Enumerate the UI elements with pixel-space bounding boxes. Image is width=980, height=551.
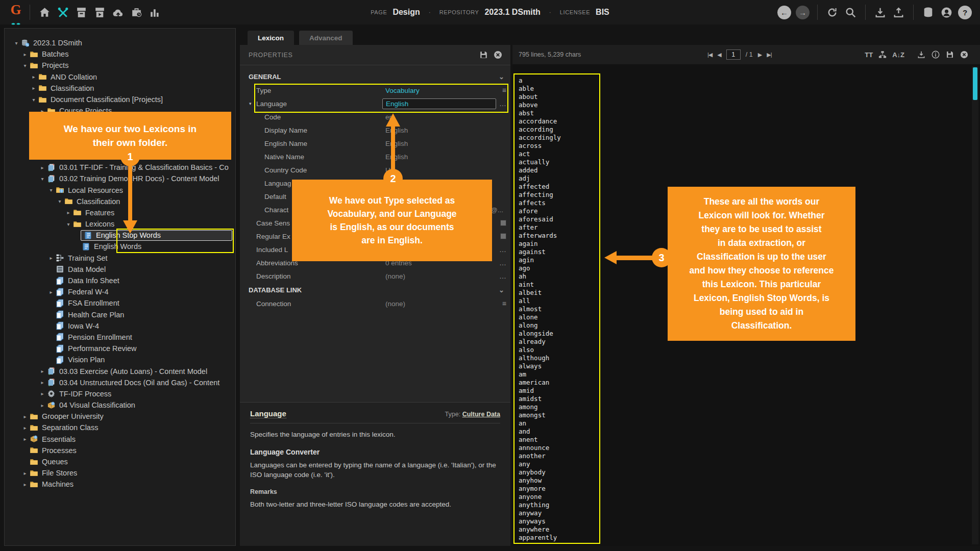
save-icon[interactable] [479,50,489,60]
expander-closed-icon[interactable]: ▸ [21,482,29,487]
stats-icon[interactable] [148,6,162,19]
upload-icon[interactable] [892,6,905,19]
menu-button[interactable]: ≡ [496,299,506,308]
tree-item-03-02-training-demo-hr-docs-content-model[interactable]: ▾03.02 Training Demo (HR Docs) - Content… [5,173,235,184]
tree-item-projects[interactable]: ▾Projects [5,60,235,71]
expander-closed-icon[interactable]: ▸ [47,255,55,261]
tree-item-iowa-w-4[interactable]: Iowa W-4 [5,320,235,332]
close-circle-icon[interactable] [960,49,969,60]
forward-icon[interactable]: → [796,6,810,19]
repository-value[interactable]: 2023.1 DSmith [484,8,540,17]
tree-item-data-info-sheet[interactable]: Data Info Sheet [5,275,235,286]
vertical-scrollbar[interactable] [972,66,978,544]
tree-item-performance-review[interactable]: Performance Review [5,343,235,354]
ellipsis-button[interactable]: … [496,272,506,280]
expander-closed-icon[interactable]: ▸ [39,165,46,170]
tree-item-and-collation[interactable]: ▸AND Collation [5,71,235,83]
page-number-input[interactable]: 1 [726,49,741,60]
tree-item-data-model[interactable]: Data Model [5,264,235,275]
jobs-clock-icon[interactable] [130,6,143,19]
tree-item-machines[interactable]: ▸Machines [5,479,235,490]
tree-item-grooper-university[interactable]: ▸Grooper University [5,411,235,422]
tree-item-04-visual-classification[interactable]: ▸04 Visual Classification [5,399,235,411]
tree-item-batches[interactable]: ▸Batches [5,48,235,60]
grooper-logo[interactable]: G [7,1,24,23]
expander-closed-icon[interactable]: ▸ [30,74,37,80]
ellipsis-button[interactable]: … [496,245,506,254]
property-row-type[interactable]: TypeVocabulary≡ [240,84,510,97]
tree-item-english-stop-words[interactable]: English Stop Words [5,230,235,241]
case-sensitive-checkbox[interactable] [500,220,506,226]
expander-closed-icon[interactable]: ▸ [39,368,46,374]
property-row-native-name[interactable]: Native NameEnglish [240,150,510,163]
expander-open-icon[interactable]: ▾ [47,187,55,193]
tree-item-file-stores[interactable]: ▸File Stores [5,467,235,479]
batches-icon[interactable] [75,6,88,19]
expander-closed-icon[interactable]: ▸ [21,436,29,442]
expander-open-icon[interactable]: ▾ [65,221,72,227]
save-icon[interactable] [945,49,954,60]
tab-advanced[interactable]: Advanced [299,31,353,45]
last-page-button[interactable]: ▶| [767,52,771,58]
sort-az-icon[interactable]: A↓Z [892,49,904,60]
scrollbar-thumb[interactable] [973,67,977,100]
tree-item-tf-idf-process[interactable]: ▸TF-IDF Process [5,388,235,399]
tree-item-separation-class[interactable]: ▸Separation Class [5,422,235,433]
user-icon[interactable] [940,6,953,19]
search-icon[interactable] [844,6,857,19]
expander-closed-icon[interactable]: ▸ [47,289,55,295]
expander-closed-icon[interactable]: ▸ [39,403,46,408]
download-icon[interactable] [873,6,887,19]
download-icon[interactable] [917,49,926,60]
expander-closed-icon[interactable]: ▸ [21,52,29,57]
property-row-code[interactable]: Codeen [240,110,510,123]
tree-item-classification[interactable]: ▾Classification [5,196,235,207]
tree-item-lexicons[interactable]: ▾Lexicons [5,218,235,230]
tree-item-essentials[interactable]: ▸Essentials [5,434,235,445]
regular-expression-checkbox[interactable] [500,233,506,239]
tab-lexicon[interactable]: Lexicon [248,31,294,45]
expander-open-icon[interactable]: ▾ [39,176,46,182]
menu-button[interactable]: ≡ [496,86,506,94]
close-icon[interactable] [493,50,503,60]
font-size-icon[interactable]: TT [865,49,873,60]
back-icon[interactable]: ← [777,6,791,19]
expander-open-icon[interactable]: ▾ [30,97,37,103]
tree-item-2023-1-dsmith[interactable]: ▾2023.1 DSmith [5,37,235,48]
collapse-chevron-icon[interactable]: ⌄ [499,286,504,294]
property-row-description[interactable]: Description(none)… [240,269,510,283]
hierarchy-icon[interactable] [878,49,887,60]
ellipsis-button[interactable]: … [496,99,506,108]
tree-item-english-words[interactable]: English Words [5,241,235,252]
page-value[interactable]: Design [393,8,420,17]
tree-item-fsa-enrollment[interactable]: FSA Enrollment [5,297,235,309]
tree-item-03-01-tf-idf-training-classification-basics-co[interactable]: ▸03.01 TF-IDF - Training & Classificatio… [5,162,235,173]
expander-open-icon[interactable]: ▾ [21,63,29,68]
lexicon-word-list[interactable]: aableaboutaboveabstaccordanceaccordingac… [519,77,561,542]
property-value[interactable]: Vocabulary [385,87,496,94]
property-row-country-code[interactable]: Country CodeUS [240,163,510,177]
licensee-value[interactable]: BIS [596,8,609,17]
help-icon[interactable]: ? [958,6,972,19]
tree-item-federal-w-4[interactable]: ▸Federal W-4 [5,286,235,297]
language-input[interactable]: English [382,98,496,109]
expander-open-icon[interactable]: ▾ [56,198,63,204]
property-row-english-name[interactable]: English NameEnglish [240,137,510,150]
property-row-display-name[interactable]: Display NameEnglish [240,123,510,137]
refresh-icon[interactable] [825,6,839,19]
batch-process-icon[interactable] [93,6,107,19]
collapse-chevron-icon[interactable]: ⌄ [499,73,504,81]
expander-closed-icon[interactable]: ▸ [21,414,29,419]
property-row-connection[interactable]: Connection(none)≡ [240,297,510,310]
ellipsis-button[interactable]: … [496,259,506,267]
database-icon[interactable] [921,6,935,19]
first-page-button[interactable]: |◀ [707,52,712,58]
home-icon[interactable] [38,6,52,19]
expander-closed-icon[interactable]: ▸ [39,391,46,396]
tree-item-health-care-plan[interactable]: Health Care Plan [5,309,235,320]
tree-item-processes[interactable]: Processes [5,445,235,456]
expander-closed-icon[interactable]: ▸ [21,425,29,431]
expander-closed-icon[interactable]: ▸ [65,210,72,215]
help-type-link[interactable]: Culture Data [462,411,500,418]
tree-item-classification[interactable]: ▸Classification [5,83,235,94]
